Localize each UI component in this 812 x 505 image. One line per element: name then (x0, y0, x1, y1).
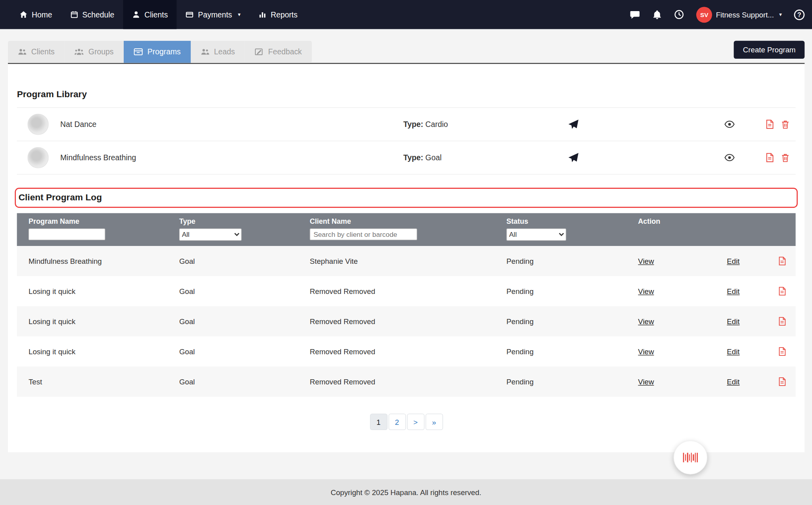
tabs-toolbar: Clients Groups Programs Leads (0, 29, 812, 63)
edit-link[interactable]: Edit (727, 317, 739, 325)
column-type: Type All (179, 217, 310, 241)
client-program-log-table: Program Name Type All Client Name Status (17, 213, 796, 397)
view-link[interactable]: View (638, 377, 654, 386)
program-type: Type: Goal (403, 154, 568, 162)
barcode-icon (682, 451, 698, 465)
create-program-button[interactable]: Create Program (734, 41, 804, 59)
cell-client: Removed Removed (310, 377, 506, 386)
pdf-icon[interactable] (778, 317, 786, 326)
programs-icon (134, 48, 143, 56)
view-icon[interactable] (724, 154, 735, 162)
tab-label: Clients (31, 48, 55, 56)
nav-item-schedule[interactable]: Schedule (61, 0, 123, 29)
help-icon[interactable]: ? (794, 9, 805, 20)
tab-label: Programs (147, 48, 181, 56)
feedback-icon (255, 48, 263, 56)
bell-icon[interactable] (653, 10, 662, 19)
nav-item-label: Clients (144, 10, 168, 19)
program-library-title: Program Library (17, 89, 796, 100)
cell-action: View Edit (638, 347, 795, 356)
table-row: Losing it quick Goal Removed Removed Pen… (17, 336, 796, 367)
barcode-scan-button[interactable] (674, 441, 707, 474)
chat-icon[interactable] (630, 9, 640, 20)
cell-type: Goal (179, 377, 310, 386)
cell-client: Removed Removed (310, 317, 506, 325)
client-program-log-title: Client Program Log (19, 192, 102, 203)
program-library-row: Nat Dance Type: Cardio (17, 108, 796, 141)
nav-item-clients[interactable]: Clients (123, 0, 177, 29)
calendar-icon (70, 11, 78, 19)
tab-label: Feedback (268, 48, 302, 56)
cell-program: Losing it quick (29, 317, 179, 325)
edit-link[interactable]: Edit (727, 347, 739, 355)
page-button-1[interactable]: 1 (370, 414, 387, 430)
client-search-input[interactable] (310, 228, 417, 240)
view-link[interactable]: View (638, 347, 654, 355)
send-icon[interactable] (568, 119, 579, 130)
pdf-icon[interactable] (778, 257, 786, 266)
tab-groups[interactable]: Groups (65, 41, 124, 63)
clock-icon[interactable] (674, 10, 684, 19)
cell-status: Pending (506, 317, 638, 325)
tab-label: Leads (214, 48, 235, 56)
tab-feedback[interactable]: Feedback (245, 41, 312, 63)
nav-item-reports[interactable]: Reports (249, 0, 306, 29)
pdf-icon[interactable] (778, 287, 786, 296)
account-name: Fitness Support... (716, 10, 774, 19)
cell-type: Goal (179, 257, 310, 265)
pdf-icon[interactable] (778, 347, 786, 356)
cell-type: Goal (179, 317, 310, 325)
people-icon (18, 48, 26, 56)
view-link[interactable]: View (638, 287, 654, 295)
trash-icon[interactable] (781, 120, 789, 129)
program-library-row: Mindfulness Breathing Type: Goal (17, 141, 796, 175)
cell-status: Pending (506, 257, 638, 265)
person-icon (132, 11, 140, 19)
account-menu[interactable]: SV Fitness Support... ▾ (696, 7, 782, 23)
page-last-button[interactable]: » (425, 414, 443, 430)
nav-item-label: Payments (198, 10, 232, 19)
pdf-icon[interactable] (766, 119, 774, 129)
page-button-2[interactable]: 2 (388, 414, 406, 430)
cell-action: View Edit (638, 377, 795, 386)
table-body: Mindfulness Breathing Goal Stephanie Vit… (17, 246, 796, 397)
program-thumbnail (27, 114, 48, 135)
groups-icon (75, 48, 84, 56)
page-next-button[interactable]: > (407, 414, 424, 430)
edit-link[interactable]: Edit (727, 377, 739, 386)
footer: Copyright © 2025 Hapana. All rights rese… (0, 479, 812, 505)
trash-icon[interactable] (781, 153, 789, 162)
home-icon (19, 11, 27, 19)
leads-icon (201, 48, 209, 56)
cell-program: Mindfulness Breathing (29, 257, 179, 265)
program-name: Mindfulness Breathing (60, 154, 403, 162)
nav-item-home[interactable]: Home (11, 0, 61, 29)
tab-programs[interactable]: Programs (124, 41, 191, 63)
pdf-icon[interactable] (766, 153, 774, 162)
edit-link[interactable]: Edit (727, 287, 739, 295)
program-name-filter-input[interactable] (29, 228, 105, 240)
edit-link[interactable]: Edit (727, 257, 739, 265)
column-client-name: Client Name (310, 217, 506, 241)
chevron-down-icon: ▾ (779, 12, 782, 17)
column-status: Status All (506, 217, 638, 241)
view-icon[interactable] (724, 120, 735, 129)
status-filter-select[interactable]: All (506, 228, 566, 241)
column-program-name: Program Name (29, 217, 179, 241)
cell-client: Removed Removed (310, 347, 506, 355)
cell-status: Pending (506, 347, 638, 355)
cell-program: Test (29, 377, 179, 386)
nav-item-payments[interactable]: Payments ▾ (177, 0, 249, 29)
type-filter-select[interactable]: All (179, 228, 241, 241)
column-action: Action (638, 217, 795, 241)
send-icon[interactable] (568, 152, 579, 163)
main-content: Program Library Nat Dance Type: Cardio (8, 64, 804, 452)
avatar: SV (696, 7, 712, 23)
view-link[interactable]: View (638, 257, 654, 265)
view-link[interactable]: View (638, 317, 654, 325)
pdf-icon[interactable] (778, 377, 786, 386)
program-library-list: Nat Dance Type: Cardio (17, 108, 796, 175)
cell-action: View Edit (638, 287, 795, 296)
tab-clients[interactable]: Clients (8, 41, 65, 63)
tab-leads[interactable]: Leads (191, 41, 245, 63)
